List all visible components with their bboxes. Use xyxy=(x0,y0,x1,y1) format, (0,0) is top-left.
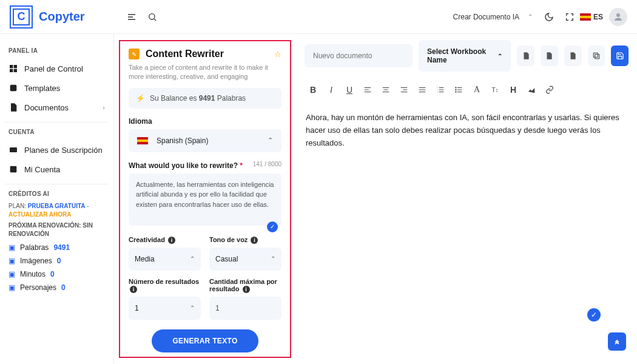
info-icon[interactable]: i xyxy=(251,237,258,244)
sidebar-item-label: Mi Cuenta xyxy=(24,165,60,174)
menu-toggle-icon[interactable] xyxy=(121,7,142,27)
check-icon[interactable]: ✓ xyxy=(267,221,278,232)
sidebar-item-label: Panel de Control xyxy=(24,64,83,73)
svg-point-12 xyxy=(456,89,456,90)
creatividad-select[interactable]: Media⌃ xyxy=(129,248,201,271)
underline-icon[interactable]: U xyxy=(341,81,358,98)
numres-select[interactable]: 1⌃ xyxy=(129,297,201,320)
info-icon[interactable]: i xyxy=(243,286,250,293)
export-doc-icon[interactable] xyxy=(564,46,582,66)
language-switch[interactable]: ES xyxy=(580,13,603,21)
logo[interactable]: C xyxy=(10,5,33,29)
brand-name: Copyter xyxy=(39,10,85,24)
ordered-list-icon[interactable] xyxy=(432,81,449,98)
export-pdf-icon[interactable] xyxy=(541,46,558,66)
info-icon[interactable]: i xyxy=(168,237,175,244)
info-icon[interactable]: i xyxy=(130,286,137,293)
flag-es-icon xyxy=(137,137,148,144)
document-icon xyxy=(8,103,18,112)
export-txt-icon[interactable] xyxy=(517,46,534,66)
align-center-icon[interactable] xyxy=(377,81,394,98)
svg-rect-2 xyxy=(10,65,13,68)
sidebar-item-label: Documentos xyxy=(24,103,69,112)
stat-imagenes: ▣Imágenes0 xyxy=(5,254,109,268)
balance-box: ⚡ Su Balance es 9491 Palabras xyxy=(129,88,281,109)
subscription-icon xyxy=(8,145,18,155)
italic-icon[interactable]: I xyxy=(323,81,340,98)
svg-rect-5 xyxy=(14,69,17,72)
sidebar-section-panel: PANEL IA xyxy=(8,47,105,54)
sidebar-section-cuenta: CUENTA xyxy=(8,129,105,135)
svg-point-1 xyxy=(616,13,620,17)
upgrade-link[interactable]: ACTUALIZAR AHORA xyxy=(8,211,72,218)
template-desc: Take a piece of content and rewrite it t… xyxy=(129,63,281,82)
unordered-list-icon[interactable] xyxy=(450,81,467,98)
workbook-select[interactable]: Select Workbook Name⌃ xyxy=(419,40,511,72)
bold-icon[interactable]: B xyxy=(305,81,322,98)
search-icon[interactable] xyxy=(142,7,163,27)
logo-letter: C xyxy=(13,8,30,25)
chevron-up-icon: ⌃ xyxy=(268,136,273,144)
fullscreen-icon[interactable] xyxy=(559,7,580,27)
align-justify-icon[interactable] xyxy=(414,81,431,98)
idioma-select[interactable]: Spanish (Spain) ⌃ xyxy=(129,129,281,152)
template-title: Content Rewriter xyxy=(146,49,268,59)
stat-palabras: ▣Palabras9491 xyxy=(5,241,109,254)
account-icon xyxy=(8,164,18,174)
svg-point-11 xyxy=(456,87,456,88)
sidebar-item-planes[interactable]: Planes de Suscripción xyxy=(5,140,109,160)
save-button[interactable] xyxy=(611,46,629,66)
svg-rect-8 xyxy=(10,166,17,173)
sidebar-item-mi-cuenta[interactable]: Mi Cuenta xyxy=(5,160,109,179)
star-icon[interactable]: ☆ xyxy=(274,50,281,59)
template-badge-icon: ✎ xyxy=(129,49,140,59)
font-size-icon[interactable]: T↕ xyxy=(487,81,504,98)
font-icon[interactable]: A xyxy=(468,81,485,98)
user-avatar[interactable] xyxy=(609,8,627,26)
floating-check-button[interactable]: ✓ xyxy=(587,308,601,322)
chevron-up-icon[interactable]: ⌃ xyxy=(528,13,533,20)
align-right-icon[interactable] xyxy=(396,81,413,98)
svg-rect-4 xyxy=(10,69,13,72)
sidebar-section-creditos: CRÉDITOS AI xyxy=(8,190,105,197)
chevron-up-icon: ⌃ xyxy=(271,255,275,262)
sidebar-item-templates[interactable]: Templates xyxy=(5,78,109,98)
sidebar: PANEL IA Panel de Control Templates Docu… xyxy=(0,34,114,364)
highlight-icon[interactable] xyxy=(523,81,540,98)
app-header: C Copyter Crear Documento IA ⌃ ES xyxy=(0,0,637,34)
generate-button[interactable]: GENERAR TEXTO xyxy=(152,329,258,352)
editor-content[interactable]: Ahora, hay un montón de herramientas con… xyxy=(305,109,629,152)
sidebar-item-documentos[interactable]: Documentos › xyxy=(5,98,109,117)
stat-personajes: ▣Personajes0 xyxy=(5,281,109,294)
chars-icon: ▣ xyxy=(8,283,15,292)
rewrite-label: What would you like to rewrite? * xyxy=(129,161,243,170)
sidebar-item-panel-control[interactable]: Panel de Control xyxy=(5,59,109,78)
tono-label: Tono de voz i xyxy=(209,236,281,244)
svg-point-13 xyxy=(456,92,456,92)
rewrite-textarea[interactable] xyxy=(129,174,281,226)
editor-toolbar: B I U A T↕ H xyxy=(305,78,629,102)
idioma-value: Spanish (Spain) xyxy=(157,136,208,145)
link-icon[interactable] xyxy=(541,81,558,98)
heading-icon[interactable]: H xyxy=(505,81,522,98)
tono-select[interactable]: Casual⌃ xyxy=(209,248,281,271)
max-input[interactable] xyxy=(209,297,281,320)
ai-icon xyxy=(8,83,18,93)
minutes-icon: ▣ xyxy=(8,270,15,278)
words-icon: ▣ xyxy=(8,243,15,252)
char-counter: 141 / 8000 xyxy=(253,161,281,167)
create-doc-button[interactable]: Crear Documento IA xyxy=(453,13,519,21)
idioma-label: Idioma xyxy=(129,117,281,126)
svg-rect-3 xyxy=(14,65,17,68)
align-left-icon[interactable] xyxy=(359,81,376,98)
svg-rect-9 xyxy=(595,55,599,59)
plan-info: PLAN: PRUEBA GRATUITA - ACTUALIZAR AHORA xyxy=(8,202,105,219)
plan-name[interactable]: PRUEBA GRATUITA xyxy=(28,203,86,209)
copy-icon[interactable] xyxy=(588,46,605,66)
bolt-icon: ⚡ xyxy=(136,94,145,103)
svg-rect-6 xyxy=(10,85,17,92)
scroll-top-button[interactable] xyxy=(608,332,626,351)
dashboard-icon xyxy=(8,64,18,73)
doc-title-input[interactable] xyxy=(305,44,413,67)
theme-toggle-icon[interactable] xyxy=(539,7,559,27)
